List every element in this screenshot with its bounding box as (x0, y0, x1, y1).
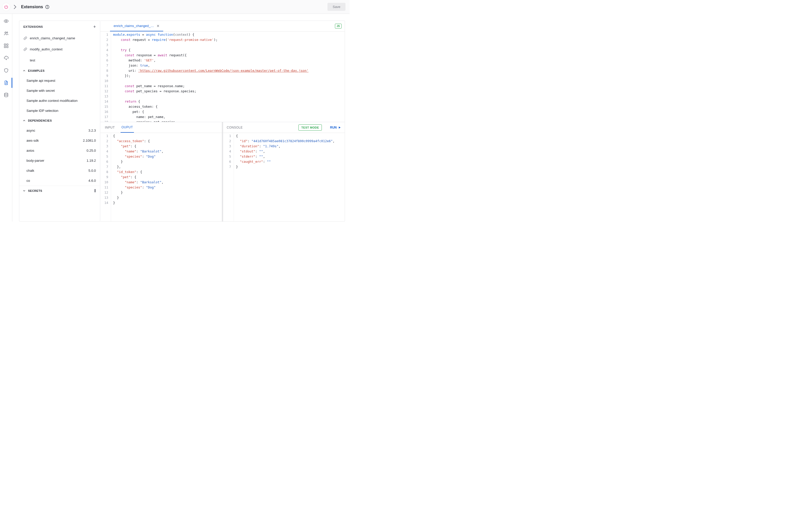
dependency-item[interactable]: aws-sdk2.1081.0 (19, 136, 100, 145)
run-button[interactable]: RUN (330, 126, 341, 129)
file-tab-label: enrich_claims_changed_… (114, 24, 154, 28)
chevron-up-icon (22, 69, 26, 73)
rail-document-icon[interactable] (3, 79, 10, 86)
dependency-version: 2.1081.0 (83, 139, 96, 142)
dependencies-section-header[interactable]: DEPENDENCIES (19, 116, 100, 125)
editor-area: enrich_claims_changed_… ✕ JS 12345678910… (100, 21, 345, 222)
play-icon (338, 126, 341, 129)
dependency-item[interactable]: chalk5.0.0 (19, 166, 100, 176)
svg-rect-8 (4, 46, 6, 48)
chevron-right-icon[interactable] (12, 4, 18, 10)
dependency-version: 3.2.3 (88, 128, 96, 133)
rail-eye-icon[interactable] (3, 18, 10, 25)
file-tab[interactable]: enrich_claims_changed_… ✕ (110, 21, 163, 31)
output-tab[interactable]: OUPUT (121, 122, 134, 133)
dependency-item[interactable]: async3.2.3 (19, 125, 100, 136)
info-icon[interactable] (45, 5, 50, 9)
extension-name: test (30, 58, 35, 62)
chevron-up-icon (22, 119, 26, 122)
svg-point-12 (4, 93, 8, 94)
bottom-panel: INPUT OUPUT 1234567891011121314 { "acces… (100, 122, 345, 221)
dependencies-list: async3.2.3aws-sdk2.1081.0axios0.25.0body… (19, 125, 100, 185)
rail-database-icon[interactable] (3, 91, 10, 99)
test-mode-button[interactable]: TEST MODE (298, 124, 322, 131)
nav-rail (0, 14, 12, 222)
dependency-name: aws-sdk (27, 139, 39, 142)
console-lines: { "id": "441d760f485ae081c37824f800c0999… (234, 133, 345, 221)
run-label: RUN (330, 126, 337, 129)
examples-list: Sample api requestSample with secretSamp… (19, 76, 100, 116)
dependencies-title: DEPENDENCIES (28, 119, 52, 122)
dependency-name: axios (27, 149, 34, 152)
example-item[interactable]: Sample with secret (19, 86, 100, 96)
console-gutter: 1234567 (223, 133, 234, 221)
dependency-name: chalk (27, 169, 34, 173)
save-button[interactable]: Save (327, 3, 345, 11)
code-lines[interactable]: module.exports = async function(context)… (111, 32, 345, 122)
topbar: Extensions Save (0, 0, 350, 14)
dependency-version: 1.19.2 (87, 159, 96, 163)
close-tab-icon[interactable]: ✕ (156, 24, 160, 28)
rail-users-icon[interactable] (3, 30, 10, 37)
output-gutter: 1234567891011121314 (100, 133, 111, 221)
extension-item[interactable]: modify_authn_context (19, 44, 100, 55)
svg-point-4 (5, 32, 6, 33)
secrets-section-header[interactable]: SECRETS ••• (19, 185, 100, 196)
dependency-version: 0.25.0 (87, 149, 96, 152)
extension-item[interactable]: enrich_claims_changed_name (19, 33, 100, 44)
rail-apps-icon[interactable] (3, 42, 10, 49)
add-extension-button[interactable]: + (93, 24, 96, 29)
secrets-more-icon[interactable]: ••• (94, 189, 96, 192)
page-title: Extensions (21, 5, 43, 9)
dependency-item[interactable]: axios0.25.0 (19, 145, 100, 155)
svg-rect-7 (6, 44, 8, 46)
output-lines: { "access_token": { "pet": { "name": "Ba… (111, 133, 222, 221)
examples-title: EXAMPLES (28, 69, 45, 72)
extensions-list: enrich_claims_changed_namemodify_authn_c… (19, 33, 100, 66)
console-viewer: 1234567 { "id": "441d760f485ae081c37824f… (223, 133, 345, 221)
side-panel: EXTENSIONS + enrich_claims_changed_namem… (19, 21, 100, 222)
svg-rect-9 (6, 46, 8, 48)
dependency-name: async (27, 128, 35, 133)
extensions-section-header: EXTENSIONS + (19, 21, 100, 33)
dependency-item[interactable]: co4.6.0 (19, 176, 100, 185)
dependency-version: 5.0.0 (88, 169, 96, 173)
language-badge: JS (335, 24, 342, 29)
extension-name: enrich_claims_changed_name (30, 36, 75, 40)
power-icon[interactable] (2, 3, 10, 11)
console-header: CONSOLE TEST MODE RUN (223, 122, 345, 133)
examples-section-header[interactable]: EXAMPLES (19, 66, 100, 76)
dependency-name: body-parser (27, 159, 44, 163)
chevron-down-icon (22, 189, 26, 193)
svg-point-3 (5, 21, 7, 22)
svg-point-5 (7, 32, 8, 33)
rail-thunder-cloud-icon[interactable] (3, 55, 10, 62)
extension-item[interactable]: test (19, 55, 100, 66)
dependency-version: 4.6.0 (88, 179, 96, 182)
output-tabs: INPUT OUPUT (100, 122, 222, 133)
example-item[interactable]: Sample IDP selection (19, 106, 100, 116)
dependency-item[interactable]: body-parser1.19.2 (19, 155, 100, 166)
code-gutter: 12345678910111213141516171819202122 (100, 32, 111, 122)
editor-tabs: enrich_claims_changed_… ✕ JS (100, 21, 345, 32)
dependency-name: co (27, 179, 30, 182)
secrets-title: SECRETS (28, 189, 42, 192)
example-item[interactable]: Sample authn context modification (19, 96, 100, 106)
extension-name: modify_authn_context (30, 47, 62, 51)
extensions-title: EXTENSIONS (23, 25, 43, 28)
console-label: CONSOLE (227, 126, 243, 129)
svg-rect-6 (4, 44, 6, 46)
code-editor[interactable]: 12345678910111213141516171819202122 modu… (100, 32, 345, 122)
example-item[interactable]: Sample api request (19, 76, 100, 86)
output-viewer: 1234567891011121314 { "access_token": { … (100, 133, 222, 221)
rail-shield-icon[interactable] (3, 67, 10, 74)
input-tab[interactable]: INPUT (104, 122, 116, 133)
